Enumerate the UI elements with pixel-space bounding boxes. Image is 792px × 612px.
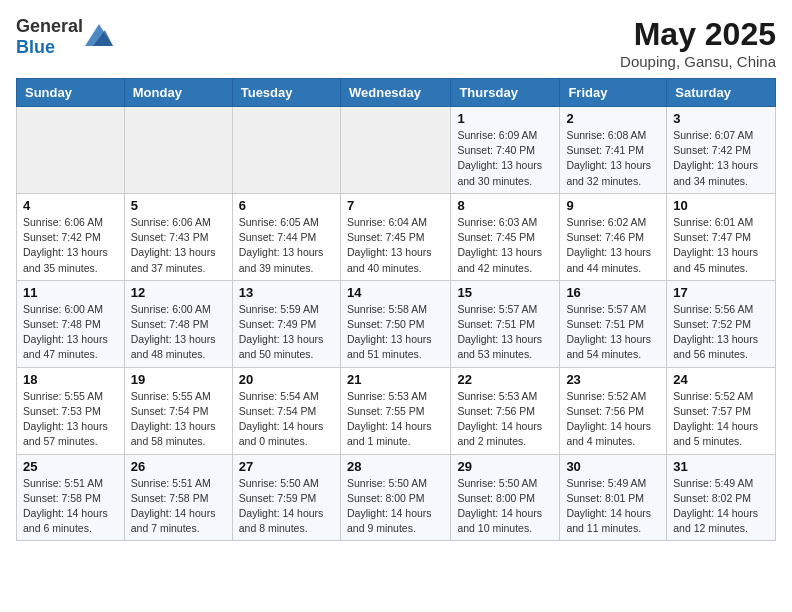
calendar-cell: 6Sunrise: 6:05 AM Sunset: 7:44 PM Daylig… (232, 193, 340, 280)
day-detail: Sunrise: 6:00 AM Sunset: 7:48 PM Dayligh… (131, 302, 226, 363)
calendar-cell: 27Sunrise: 5:50 AM Sunset: 7:59 PM Dayli… (232, 454, 340, 541)
calendar-cell: 9Sunrise: 6:02 AM Sunset: 7:46 PM Daylig… (560, 193, 667, 280)
day-detail: Sunrise: 6:02 AM Sunset: 7:46 PM Dayligh… (566, 215, 660, 276)
day-detail: Sunrise: 6:00 AM Sunset: 7:48 PM Dayligh… (23, 302, 118, 363)
day-number: 2 (566, 111, 660, 126)
calendar-cell: 11Sunrise: 6:00 AM Sunset: 7:48 PM Dayli… (17, 280, 125, 367)
day-number: 19 (131, 372, 226, 387)
day-detail: Sunrise: 5:52 AM Sunset: 7:56 PM Dayligh… (566, 389, 660, 450)
weekday-header: Sunday (17, 79, 125, 107)
day-detail: Sunrise: 5:57 AM Sunset: 7:51 PM Dayligh… (457, 302, 553, 363)
calendar-cell: 20Sunrise: 5:54 AM Sunset: 7:54 PM Dayli… (232, 367, 340, 454)
calendar-cell: 21Sunrise: 5:53 AM Sunset: 7:55 PM Dayli… (340, 367, 450, 454)
month-title: May 2025 (620, 16, 776, 53)
day-detail: Sunrise: 5:49 AM Sunset: 8:01 PM Dayligh… (566, 476, 660, 537)
day-number: 16 (566, 285, 660, 300)
day-detail: Sunrise: 6:03 AM Sunset: 7:45 PM Dayligh… (457, 215, 553, 276)
day-number: 28 (347, 459, 444, 474)
day-number: 22 (457, 372, 553, 387)
calendar-cell: 4Sunrise: 6:06 AM Sunset: 7:42 PM Daylig… (17, 193, 125, 280)
calendar-cell: 17Sunrise: 5:56 AM Sunset: 7:52 PM Dayli… (667, 280, 776, 367)
calendar-week-row: 11Sunrise: 6:00 AM Sunset: 7:48 PM Dayli… (17, 280, 776, 367)
day-number: 1 (457, 111, 553, 126)
calendar-cell: 2Sunrise: 6:08 AM Sunset: 7:41 PM Daylig… (560, 107, 667, 194)
day-detail: Sunrise: 5:52 AM Sunset: 7:57 PM Dayligh… (673, 389, 769, 450)
day-detail: Sunrise: 5:50 AM Sunset: 8:00 PM Dayligh… (347, 476, 444, 537)
calendar-cell: 1Sunrise: 6:09 AM Sunset: 7:40 PM Daylig… (451, 107, 560, 194)
weekday-header: Friday (560, 79, 667, 107)
calendar-cell: 7Sunrise: 6:04 AM Sunset: 7:45 PM Daylig… (340, 193, 450, 280)
weekday-header: Wednesday (340, 79, 450, 107)
day-number: 14 (347, 285, 444, 300)
calendar-cell: 13Sunrise: 5:59 AM Sunset: 7:49 PM Dayli… (232, 280, 340, 367)
calendar-cell: 18Sunrise: 5:55 AM Sunset: 7:53 PM Dayli… (17, 367, 125, 454)
day-detail: Sunrise: 5:50 AM Sunset: 8:00 PM Dayligh… (457, 476, 553, 537)
day-detail: Sunrise: 5:58 AM Sunset: 7:50 PM Dayligh… (347, 302, 444, 363)
day-number: 3 (673, 111, 769, 126)
calendar-cell: 5Sunrise: 6:06 AM Sunset: 7:43 PM Daylig… (124, 193, 232, 280)
day-number: 23 (566, 372, 660, 387)
calendar-cell: 10Sunrise: 6:01 AM Sunset: 7:47 PM Dayli… (667, 193, 776, 280)
day-number: 25 (23, 459, 118, 474)
day-detail: Sunrise: 5:49 AM Sunset: 8:02 PM Dayligh… (673, 476, 769, 537)
day-detail: Sunrise: 5:54 AM Sunset: 7:54 PM Dayligh… (239, 389, 334, 450)
day-detail: Sunrise: 6:05 AM Sunset: 7:44 PM Dayligh… (239, 215, 334, 276)
day-number: 4 (23, 198, 118, 213)
calendar-cell: 15Sunrise: 5:57 AM Sunset: 7:51 PM Dayli… (451, 280, 560, 367)
day-number: 12 (131, 285, 226, 300)
day-detail: Sunrise: 5:50 AM Sunset: 7:59 PM Dayligh… (239, 476, 334, 537)
day-detail: Sunrise: 5:53 AM Sunset: 7:55 PM Dayligh… (347, 389, 444, 450)
day-detail: Sunrise: 5:53 AM Sunset: 7:56 PM Dayligh… (457, 389, 553, 450)
page-header: General Blue May 2025 Douping, Gansu, Ch… (16, 16, 776, 70)
day-detail: Sunrise: 6:07 AM Sunset: 7:42 PM Dayligh… (673, 128, 769, 189)
location-title: Douping, Gansu, China (620, 53, 776, 70)
title-block: May 2025 Douping, Gansu, China (620, 16, 776, 70)
calendar-cell: 19Sunrise: 5:55 AM Sunset: 7:54 PM Dayli… (124, 367, 232, 454)
day-detail: Sunrise: 5:55 AM Sunset: 7:54 PM Dayligh… (131, 389, 226, 450)
day-number: 26 (131, 459, 226, 474)
day-detail: Sunrise: 6:01 AM Sunset: 7:47 PM Dayligh… (673, 215, 769, 276)
logo-blue: Blue (16, 37, 55, 57)
day-detail: Sunrise: 6:08 AM Sunset: 7:41 PM Dayligh… (566, 128, 660, 189)
day-number: 21 (347, 372, 444, 387)
day-detail: Sunrise: 5:56 AM Sunset: 7:52 PM Dayligh… (673, 302, 769, 363)
weekday-header: Saturday (667, 79, 776, 107)
day-number: 7 (347, 198, 444, 213)
calendar-table: SundayMondayTuesdayWednesdayThursdayFrid… (16, 78, 776, 541)
day-number: 17 (673, 285, 769, 300)
day-number: 15 (457, 285, 553, 300)
day-number: 10 (673, 198, 769, 213)
calendar-cell: 14Sunrise: 5:58 AM Sunset: 7:50 PM Dayli… (340, 280, 450, 367)
logo-general: General (16, 16, 83, 36)
calendar-cell: 23Sunrise: 5:52 AM Sunset: 7:56 PM Dayli… (560, 367, 667, 454)
day-number: 24 (673, 372, 769, 387)
day-number: 11 (23, 285, 118, 300)
day-number: 27 (239, 459, 334, 474)
calendar-week-row: 25Sunrise: 5:51 AM Sunset: 7:58 PM Dayli… (17, 454, 776, 541)
day-number: 30 (566, 459, 660, 474)
calendar-cell (124, 107, 232, 194)
calendar-cell: 31Sunrise: 5:49 AM Sunset: 8:02 PM Dayli… (667, 454, 776, 541)
calendar-cell: 28Sunrise: 5:50 AM Sunset: 8:00 PM Dayli… (340, 454, 450, 541)
calendar-cell: 29Sunrise: 5:50 AM Sunset: 8:00 PM Dayli… (451, 454, 560, 541)
calendar-cell: 26Sunrise: 5:51 AM Sunset: 7:58 PM Dayli… (124, 454, 232, 541)
day-number: 9 (566, 198, 660, 213)
calendar-cell: 12Sunrise: 6:00 AM Sunset: 7:48 PM Dayli… (124, 280, 232, 367)
calendar-week-row: 4Sunrise: 6:06 AM Sunset: 7:42 PM Daylig… (17, 193, 776, 280)
calendar-cell: 16Sunrise: 5:57 AM Sunset: 7:51 PM Dayli… (560, 280, 667, 367)
calendar-cell: 25Sunrise: 5:51 AM Sunset: 7:58 PM Dayli… (17, 454, 125, 541)
logo-icon (85, 24, 113, 46)
day-number: 31 (673, 459, 769, 474)
day-number: 8 (457, 198, 553, 213)
calendar-cell (17, 107, 125, 194)
day-number: 20 (239, 372, 334, 387)
day-detail: Sunrise: 6:04 AM Sunset: 7:45 PM Dayligh… (347, 215, 444, 276)
day-number: 18 (23, 372, 118, 387)
calendar-cell (340, 107, 450, 194)
day-number: 6 (239, 198, 334, 213)
calendar-week-row: 1Sunrise: 6:09 AM Sunset: 7:40 PM Daylig… (17, 107, 776, 194)
calendar-cell: 22Sunrise: 5:53 AM Sunset: 7:56 PM Dayli… (451, 367, 560, 454)
weekday-header: Thursday (451, 79, 560, 107)
calendar-header-row: SundayMondayTuesdayWednesdayThursdayFrid… (17, 79, 776, 107)
weekday-header: Tuesday (232, 79, 340, 107)
